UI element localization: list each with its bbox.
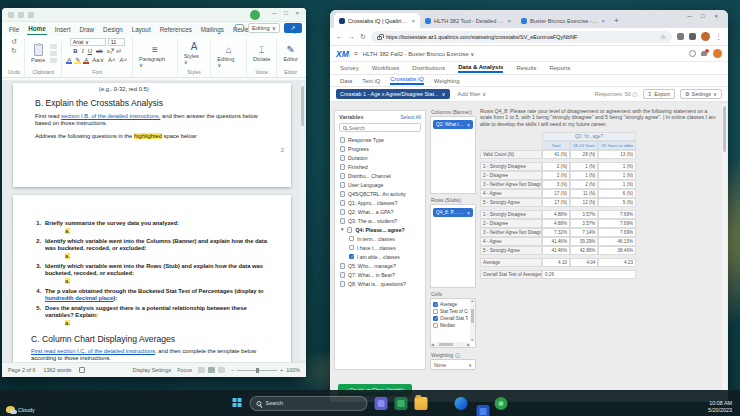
checkbox-icon[interactable] bbox=[349, 245, 354, 250]
remove-chip-icon[interactable]: × bbox=[467, 210, 470, 216]
underline-button[interactable]: U bbox=[87, 48, 93, 54]
font-name-select[interactable]: Arial ∨ bbox=[70, 38, 106, 46]
superscript-button[interactable]: x² bbox=[115, 48, 122, 54]
variable-subitem[interactable]: In term... classes bbox=[335, 234, 425, 243]
editing-button[interactable]: ⌂ Editing ∨ bbox=[215, 43, 242, 69]
zoom-level[interactable]: 100% bbox=[286, 367, 300, 373]
cut-icon[interactable] bbox=[50, 44, 57, 49]
taskbar-search[interactable]: Search bbox=[250, 396, 368, 411]
tab-design[interactable]: Design bbox=[102, 24, 124, 35]
answer-placeholder[interactable]: a. bbox=[65, 278, 271, 285]
remove-chip-icon[interactable]: × bbox=[467, 122, 470, 128]
banner-dropzone[interactable]: Q2: What is your age?× bbox=[430, 116, 476, 194]
add-filter-button[interactable]: Add filter ∨ bbox=[458, 91, 487, 97]
subnav-data[interactable]: Data bbox=[340, 78, 352, 84]
change-case-icon[interactable]: Aa∨ bbox=[91, 56, 105, 63]
close-tab-icon[interactable]: × bbox=[411, 18, 415, 24]
page-scrollbar[interactable] bbox=[722, 104, 727, 400]
variable-item[interactable]: Q5: Who... manage? bbox=[335, 261, 425, 270]
teams-icon[interactable] bbox=[375, 397, 388, 410]
display-settings-button[interactable]: Display Settings bbox=[133, 367, 172, 373]
nav-survey[interactable]: Survey bbox=[340, 65, 359, 71]
subnav-weighting[interactable]: Weighting bbox=[434, 78, 460, 84]
weather-widget[interactable]: Cloudy bbox=[6, 406, 35, 413]
grow-font-icon[interactable]: A˄ bbox=[107, 57, 117, 63]
highlight-color-icon[interactable]: ✎ bbox=[74, 56, 81, 63]
tab-insert[interactable]: Insert bbox=[54, 24, 72, 35]
caret-down-icon[interactable]: ▼ bbox=[340, 227, 344, 232]
menu-kebab-icon[interactable]: ⋮ bbox=[715, 33, 722, 41]
account-avatar[interactable] bbox=[250, 10, 260, 20]
cells-option[interactable]: Overall Stat Test of Averages bbox=[433, 315, 468, 322]
nav-data-analysis[interactable]: Data & Analysis bbox=[458, 64, 503, 73]
close-tab-icon[interactable]: × bbox=[601, 18, 605, 24]
checkbox-checked-icon[interactable] bbox=[433, 302, 438, 307]
variable-item[interactable]: Q8: What is... questions? bbox=[335, 279, 425, 288]
cells-horizontal-scrollbar[interactable] bbox=[431, 342, 470, 347]
variable-subitem-selected[interactable]: I am able... classes bbox=[335, 252, 425, 261]
stub-chip[interactable]: Q4_8: P... career× bbox=[433, 208, 473, 217]
url-field[interactable]: https://boisestate.az1.qualtrics.com/sta… bbox=[371, 31, 672, 43]
decimal-place-link[interactable]: hundredth decimal place bbox=[45, 295, 113, 301]
variable-item[interactable]: Q2: What... a GPA? bbox=[335, 207, 425, 216]
tab-draw[interactable]: Draw bbox=[78, 24, 95, 35]
accessibility-icon[interactable] bbox=[79, 367, 85, 373]
checkbox-icon[interactable] bbox=[433, 323, 438, 328]
answer-placeholder[interactable]: a. bbox=[65, 228, 271, 235]
stubs-dropzone[interactable]: Q4_8: P... career× bbox=[430, 204, 476, 288]
document-page-1[interactable]: (e.g., 0-32, red 0.5) B. Explain the Cro… bbox=[13, 83, 291, 187]
zoom-out-icon[interactable]: − bbox=[231, 367, 234, 373]
profile-avatar[interactable] bbox=[701, 32, 710, 41]
checkbox-checked-icon[interactable] bbox=[433, 316, 438, 321]
answer-placeholder[interactable]: a. bbox=[65, 320, 271, 327]
variable-item[interactable]: User Language bbox=[335, 180, 425, 189]
answer-placeholder[interactable]: a. bbox=[65, 253, 271, 260]
tab-layout[interactable]: Layout bbox=[131, 24, 152, 35]
app-icon[interactable] bbox=[495, 397, 508, 410]
document-page-2[interactable]: 1.Briefly summarize the survey data you … bbox=[13, 195, 291, 362]
share-button[interactable]: ↗ bbox=[284, 23, 302, 33]
nav-workflows[interactable]: Workflows bbox=[372, 65, 400, 71]
word-scrollbar[interactable] bbox=[300, 82, 305, 360]
file-explorer-icon[interactable] bbox=[415, 397, 428, 410]
word-count[interactable]: 1362 words bbox=[44, 367, 72, 373]
forward-icon[interactable]: → bbox=[348, 33, 355, 40]
undo-icon[interactable]: ↺ bbox=[11, 38, 17, 45]
cells-option[interactable]: Average bbox=[433, 301, 468, 308]
back-icon[interactable]: ← bbox=[336, 33, 343, 40]
quick-access-toolbar[interactable] bbox=[8, 12, 34, 18]
focus-button[interactable]: Focus bbox=[177, 367, 192, 373]
redo-icon[interactable]: ↻ bbox=[11, 47, 17, 54]
font-color-icon[interactable]: A bbox=[83, 57, 89, 63]
variable-item[interactable]: Q7: What... in Bear? bbox=[335, 270, 425, 279]
weighting-select[interactable]: None∨ bbox=[430, 359, 476, 370]
variable-item[interactable]: Q45/Q8CTRL: An activity bbox=[335, 189, 425, 198]
checkbox-icon[interactable] bbox=[349, 236, 354, 241]
excel-icon[interactable] bbox=[395, 397, 408, 410]
window-controls[interactable]: ─ □ × bbox=[272, 10, 302, 16]
global-nav-icon[interactable]: ≡ bbox=[354, 50, 358, 57]
new-tab-icon[interactable]: + bbox=[614, 16, 619, 25]
format-painter-icon[interactable] bbox=[50, 58, 57, 63]
export-button[interactable]: ↧ Export bbox=[643, 89, 675, 99]
user-avatar[interactable] bbox=[713, 49, 722, 58]
tab-home[interactable]: Home bbox=[27, 23, 47, 35]
start-button[interactable] bbox=[233, 398, 243, 408]
notifications-bell-icon[interactable] bbox=[701, 50, 708, 58]
editing-mode-button[interactable]: Editing∨ bbox=[248, 23, 280, 33]
print-layout-icon[interactable] bbox=[208, 367, 215, 373]
variable-item[interactable]: Duration bbox=[335, 153, 425, 162]
variable-item[interactable]: Response Type bbox=[335, 135, 425, 144]
web-layout-icon[interactable] bbox=[218, 367, 225, 373]
nav-results[interactable]: Results bbox=[516, 65, 536, 71]
bookmark-star-icon[interactable]: ☆ bbox=[660, 33, 666, 41]
window-controls[interactable]: ─ □ × bbox=[687, 13, 722, 19]
zoom-slider[interactable] bbox=[237, 370, 277, 371]
subnav-crosstabs[interactable]: Crosstabs iQ bbox=[390, 76, 424, 85]
project-breadcrumb[interactable]: HLTH 382 Fall2 - Buster Bronco Exercise … bbox=[363, 51, 475, 57]
comments-icon[interactable] bbox=[235, 24, 244, 32]
cells-vertical-scrollbar[interactable] bbox=[470, 299, 475, 342]
browser-tab-crosstabs[interactable]: Crosstabs iQ | Qualtrics Experie × bbox=[334, 13, 420, 28]
shrink-font-icon[interactable]: A˅ bbox=[119, 57, 129, 63]
text-effects-icon[interactable]: A bbox=[66, 57, 72, 63]
